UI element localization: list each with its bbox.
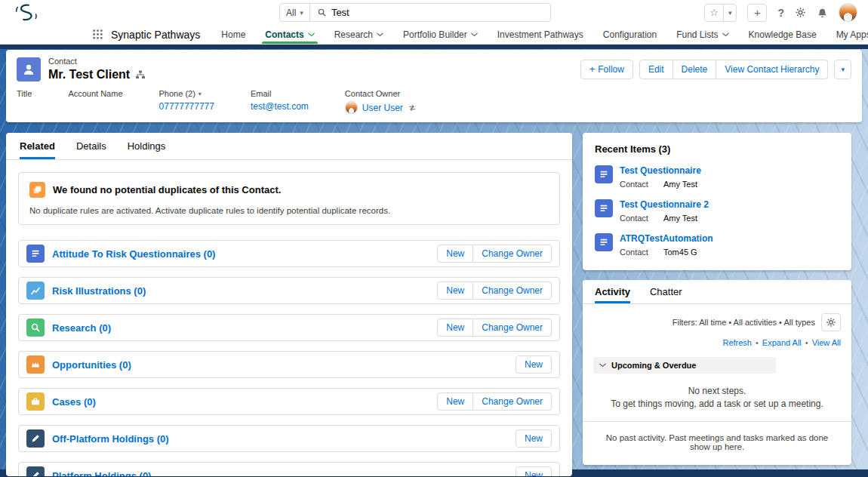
- change-owner-button[interactable]: Change Owner: [473, 245, 552, 263]
- chevron-down-icon[interactable]: ▾: [199, 91, 202, 97]
- favorites-star-button[interactable]: ☆: [705, 5, 723, 21]
- hierarchy-icon[interactable]: [135, 69, 146, 80]
- nav-items: Home Contacts Research Portfolio Builder…: [221, 25, 868, 44]
- upcoming-overdue-section[interactable]: Upcoming & Overdue: [593, 357, 776, 374]
- owner-link[interactable]: User User: [362, 103, 403, 113]
- case-icon: [26, 392, 45, 411]
- nav-item-knowledge-base[interactable]: Knowledge Base: [749, 25, 817, 44]
- nav-item-investment-pathways[interactable]: Investment Pathways: [497, 25, 583, 44]
- field-account-name: Account Name: [68, 89, 122, 114]
- recent-item-field-label: Contact: [620, 180, 663, 189]
- contact-entity-icon: [17, 57, 41, 82]
- follow-button[interactable]: + Follow: [580, 60, 633, 79]
- tab-chatter[interactable]: Chatter: [650, 280, 682, 303]
- chevron-down-icon[interactable]: [308, 32, 315, 37]
- list-item: Test Questionnaire Contact Amy Test: [595, 165, 839, 189]
- nav-item-contacts[interactable]: Contacts: [265, 25, 314, 44]
- favorites-menu-button[interactable]: ▾: [723, 5, 737, 21]
- new-button[interactable]: New: [516, 466, 552, 476]
- app-launcher-icon[interactable]: [92, 25, 103, 44]
- questionnaire-icon: [595, 165, 613, 183]
- related-list-title[interactable]: Attitude To Risk Questionnaires (0): [52, 248, 215, 260]
- change-owner-button[interactable]: Change Owner: [473, 392, 552, 411]
- app-nav-bar: Synaptic Pathways Home Contacts Research…: [0, 25, 868, 45]
- chevron-down-icon[interactable]: [722, 32, 729, 37]
- recent-item-link[interactable]: ATRQTestAutomation: [620, 233, 713, 244]
- notifications-bell-button[interactable]: [817, 7, 828, 18]
- record-detail-card: Related Details Holdings We found no pot…: [6, 133, 572, 476]
- record-header-card: Contact Mr. Test Client + Follow Edit De…: [6, 50, 862, 122]
- view-contact-hierarchy-button[interactable]: View Contact Hierarchy: [716, 60, 828, 79]
- email-link[interactable]: test@test.com: [251, 101, 309, 112]
- nav-item-fund-lists[interactable]: Fund Lists: [676, 25, 728, 44]
- tab-activity[interactable]: Activity: [595, 280, 630, 303]
- holdings-icon: [26, 429, 45, 448]
- search-scope-selector[interactable]: All ▾: [280, 4, 310, 21]
- related-list-risk-illustrations: Risk Illustrations (0) New Change Owner: [18, 277, 560, 304]
- related-list-title[interactable]: Off-Platform Holdings (0): [52, 433, 169, 445]
- new-button[interactable]: New: [516, 355, 552, 374]
- view-all-link[interactable]: View All: [812, 338, 841, 347]
- related-list-title[interactable]: Platform Holdings (0): [52, 470, 151, 477]
- new-button[interactable]: New: [516, 429, 552, 448]
- related-list-title[interactable]: Cases (0): [52, 396, 96, 408]
- duplicates-title: We found no potential duplicates of this…: [53, 184, 281, 195]
- chevron-down-icon: [599, 363, 606, 368]
- refresh-link[interactable]: Refresh: [722, 338, 752, 347]
- opportunity-icon: [26, 355, 45, 374]
- recent-items-card: Recent Items (3) Test Questionnaire Cont…: [583, 133, 851, 270]
- search-input[interactable]: [331, 7, 550, 18]
- nav-item-home[interactable]: Home: [221, 25, 245, 44]
- owner-avatar: [345, 101, 358, 114]
- header-utility-icons: ☆ ▾ + ?: [704, 3, 857, 22]
- setup-gear-button[interactable]: [795, 7, 806, 18]
- duplicates-body: No duplicate rules are activated. Activa…: [29, 206, 549, 215]
- new-button[interactable]: New: [437, 392, 473, 411]
- more-actions-dropdown[interactable]: ▾: [834, 60, 851, 79]
- right-sidebar: Recent Items (3) Test Questionnaire Cont…: [583, 133, 851, 476]
- phone-link[interactable]: 07777777777: [159, 101, 214, 112]
- record-action-group: Edit Delete View Contact Hierarchy: [639, 60, 829, 79]
- help-button[interactable]: ?: [777, 7, 784, 19]
- change-owner-button[interactable]: Change Owner: [473, 319, 552, 337]
- related-list-title[interactable]: Opportunities (0): [52, 359, 131, 371]
- nav-item-portfolio-builder[interactable]: Portfolio Builder: [403, 25, 478, 44]
- list-item: Test Questionnaire 2 Contact Amy Test: [595, 199, 839, 223]
- app-name: Synaptic Pathways: [111, 25, 200, 44]
- global-actions-button[interactable]: +: [747, 4, 767, 22]
- related-list-title[interactable]: Risk Illustrations (0): [52, 285, 146, 297]
- page-background: Contact Mr. Test Client + Follow Edit De…: [0, 45, 868, 477]
- chart-icon: [26, 282, 45, 300]
- recent-item-link[interactable]: Test Questionnaire 2: [620, 199, 709, 210]
- edit-button[interactable]: Edit: [639, 60, 673, 79]
- tab-related[interactable]: Related: [20, 133, 55, 159]
- favorites-control: ☆ ▾: [704, 4, 737, 22]
- recent-item-link[interactable]: Test Questionnaire: [620, 165, 701, 176]
- chevron-down-icon[interactable]: [377, 32, 383, 37]
- new-button[interactable]: New: [437, 282, 473, 300]
- chevron-down-icon[interactable]: [471, 32, 478, 37]
- nav-item-configuration[interactable]: Configuration: [603, 25, 657, 44]
- global-search: All ▾: [279, 3, 551, 22]
- expand-all-link[interactable]: Expand All: [762, 338, 802, 347]
- change-owner-icon[interactable]: [408, 103, 417, 112]
- related-list-platform-holdings: Platform Holdings (0) New: [18, 462, 560, 476]
- related-list-title[interactable]: Research (0): [52, 322, 111, 334]
- change-owner-button[interactable]: Change Owner: [473, 282, 552, 300]
- nav-item-research[interactable]: Research: [334, 25, 383, 44]
- user-avatar[interactable]: [839, 3, 857, 22]
- duplicate-warning-icon: [29, 182, 45, 198]
- holdings-icon: [26, 466, 45, 476]
- new-button[interactable]: New: [437, 245, 473, 263]
- nav-item-my-apps-settings[interactable]: My Apps & Settings: [836, 25, 868, 44]
- new-button[interactable]: New: [437, 319, 473, 337]
- field-email: Email test@test.com: [251, 89, 309, 114]
- recent-item-field-value: Amy Test: [663, 180, 701, 189]
- plus-icon: +: [589, 64, 596, 74]
- recent-items-title: Recent Items (3): [595, 143, 839, 155]
- delete-button[interactable]: Delete: [673, 60, 717, 79]
- tab-holdings[interactable]: Holdings: [128, 133, 166, 159]
- tab-details[interactable]: Details: [76, 133, 106, 159]
- activity-settings-gear-icon[interactable]: [821, 313, 841, 331]
- field-title: Title: [17, 89, 32, 114]
